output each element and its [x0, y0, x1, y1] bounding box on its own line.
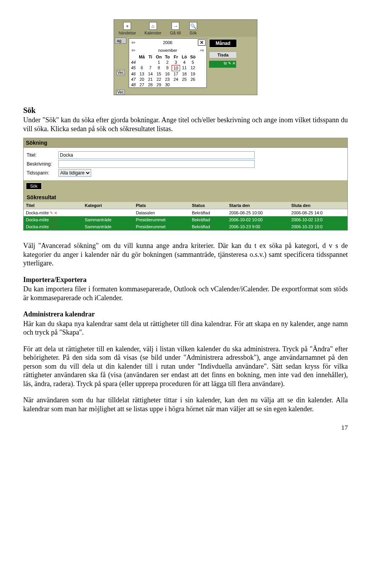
- column-header: Titel: [24, 202, 82, 209]
- date-cell[interactable]: 14: [146, 71, 155, 77]
- column-header: Starta den: [227, 202, 289, 209]
- ag-tab[interactable]: ag: [115, 38, 126, 44]
- date-cell[interactable]: [138, 60, 146, 65]
- date-cell[interactable]: 16: [163, 71, 172, 77]
- toolbar-label: Kalender: [145, 31, 162, 35]
- beskrivning-label: Beskrivning:: [27, 161, 58, 167]
- heading-import: Importera/Exportera: [23, 276, 87, 284]
- search-panel-title: Sökning: [24, 138, 347, 148]
- date-cell[interactable]: 27: [138, 82, 146, 87]
- datepicker: ✕ ⇦ 2006 ⇨ ⇦ november ⇨ MåTiOnToFrLöSö44…: [129, 38, 207, 88]
- date-cell[interactable]: 11: [180, 65, 189, 71]
- year-label: 2006: [163, 40, 172, 45]
- date-cell[interactable]: 8: [155, 65, 163, 71]
- vec-button-2[interactable]: Vec: [116, 90, 125, 95]
- date-cell[interactable]: 19: [189, 71, 197, 77]
- titel-label: Titel:: [27, 152, 58, 158]
- date-cell[interactable]: 9: [163, 65, 172, 71]
- date-cell[interactable]: 1: [155, 60, 163, 65]
- date-cell[interactable]: 29: [155, 82, 163, 87]
- table-row[interactable]: Docka-möte ✎ ✕SammanträdePresidierummetB…: [24, 223, 347, 230]
- date-cell[interactable]: 26: [189, 77, 197, 82]
- table-row[interactable]: Docka-möte ✎ ✕SammanträdePresidierummetB…: [24, 216, 347, 223]
- edit-icon[interactable]: ✎: [50, 211, 53, 215]
- date-cell[interactable]: 7: [146, 65, 155, 71]
- column-header: Kategori: [82, 202, 133, 209]
- date-cell[interactable]: 22: [155, 77, 163, 82]
- delete-icon[interactable]: ✕: [54, 225, 57, 229]
- event-mark: te ✎ ✕: [224, 61, 235, 65]
- date-cell[interactable]: 15: [155, 71, 163, 77]
- toolbar-label: Gå till: [170, 31, 181, 35]
- results-heading: Sökresultat: [24, 192, 347, 202]
- tidsspann-select[interactable]: Alla tidigare: [58, 169, 91, 177]
- toolbar-kalender[interactable]: ⌂ Kalender: [141, 22, 165, 35]
- date-cell[interactable]: [180, 82, 189, 87]
- paragraph-advanced: Välj "Avancerad sökning" om du vill kunn…: [23, 241, 348, 268]
- date-cell[interactable]: [189, 82, 197, 87]
- event-bar[interactable]: te ✎ ✕: [209, 61, 236, 68]
- toolbar-handelse[interactable]: + händelse: [116, 22, 139, 35]
- paragraph-admin2: För att dela ut rättigheter till en kale…: [23, 345, 348, 388]
- titel-input[interactable]: [58, 151, 255, 159]
- delete-icon[interactable]: ✕: [54, 211, 57, 215]
- table-row[interactable]: Docka-möte ✎ ✕DatasalenBekräftad2006-08-…: [24, 209, 347, 217]
- date-cell[interactable]: [172, 82, 180, 87]
- sok-heading: Sök: [23, 106, 348, 115]
- widget-toolbar: + händelse ⌂ Kalender → Gå till 🔍 Sök: [114, 20, 257, 37]
- close-icon[interactable]: ✕: [198, 39, 206, 46]
- toolbar-sok[interactable]: 🔍 Sök: [186, 22, 200, 35]
- paragraph-import: Du kan importera filer i formaten kommas…: [23, 285, 348, 302]
- month-name: november: [158, 48, 177, 53]
- beskrivning-input[interactable]: [58, 160, 255, 168]
- date-cell[interactable]: 2: [163, 60, 172, 65]
- tidsspann-label: Tidsspann:: [27, 170, 58, 176]
- goto-icon: →: [172, 22, 179, 30]
- paragraph-admin1: Här kan du skapa nya kalendrar samt dela…: [23, 320, 348, 337]
- page-number: 17: [23, 424, 348, 432]
- prev-month-icon[interactable]: ⇦: [131, 48, 135, 53]
- date-cell[interactable]: 20: [138, 77, 146, 82]
- date-cell[interactable]: 28: [146, 82, 155, 87]
- weekday-header: Tisda: [209, 51, 237, 58]
- toolbar-gatill[interactable]: → Gå till: [167, 22, 184, 35]
- date-cell[interactable]: 10: [172, 65, 180, 71]
- sok-button[interactable]: Sök: [26, 183, 42, 190]
- search-icon: 🔍: [189, 22, 197, 30]
- delete-icon[interactable]: ✕: [54, 218, 57, 222]
- date-cell[interactable]: [146, 60, 155, 65]
- date-cell[interactable]: 24: [172, 77, 180, 82]
- date-cell[interactable]: 21: [146, 77, 155, 82]
- date-cell[interactable]: 30: [163, 82, 172, 87]
- next-month-icon[interactable]: ⇨: [200, 48, 204, 53]
- date-cell[interactable]: 17: [172, 71, 180, 77]
- column-header: Status: [189, 202, 226, 209]
- prev-year-icon[interactable]: ⇦: [131, 40, 135, 45]
- date-cell[interactable]: 23: [163, 77, 172, 82]
- column-header: Sluta den: [289, 202, 347, 209]
- date-cell[interactable]: 4: [180, 60, 189, 65]
- date-cell[interactable]: 5: [189, 60, 197, 65]
- home-icon: ⌂: [149, 22, 157, 30]
- toolbar-label: Sök: [189, 31, 197, 35]
- edit-icon[interactable]: ✎: [50, 218, 53, 222]
- date-cell[interactable]: 13: [138, 71, 146, 77]
- date-cell[interactable]: 18: [180, 71, 189, 77]
- edit-icon[interactable]: ✎: [50, 225, 53, 229]
- sok-intro: Under "Sök" kan du söka efter gjorda bok…: [23, 116, 348, 133]
- heading-admin: Administrera kalendrar: [23, 310, 95, 318]
- search-panel: Sökning Titel: Beskrivning: Tidsspann: A…: [23, 138, 348, 231]
- paragraph-admin3: När användaren som du har tilldelat rätt…: [23, 396, 348, 413]
- vec-button-1[interactable]: Vec: [116, 70, 125, 75]
- plus-icon: +: [123, 22, 131, 30]
- month-tab[interactable]: Månad: [209, 39, 237, 48]
- date-cell[interactable]: 25: [180, 77, 189, 82]
- date-cell[interactable]: 3: [172, 60, 180, 65]
- date-grid: MåTiOnToFrLöSö44123454567891011124613141…: [129, 54, 206, 87]
- results-table: TitelKategoriPlatsStatusStarta denSluta …: [24, 202, 347, 230]
- toolbar-label: händelse: [119, 31, 136, 35]
- calendar-widget: + händelse ⌂ Kalender → Gå till 🔍 Sök: [114, 19, 257, 95]
- column-header: Plats: [133, 202, 189, 209]
- date-cell[interactable]: 12: [189, 65, 197, 71]
- date-cell[interactable]: 6: [138, 65, 146, 71]
